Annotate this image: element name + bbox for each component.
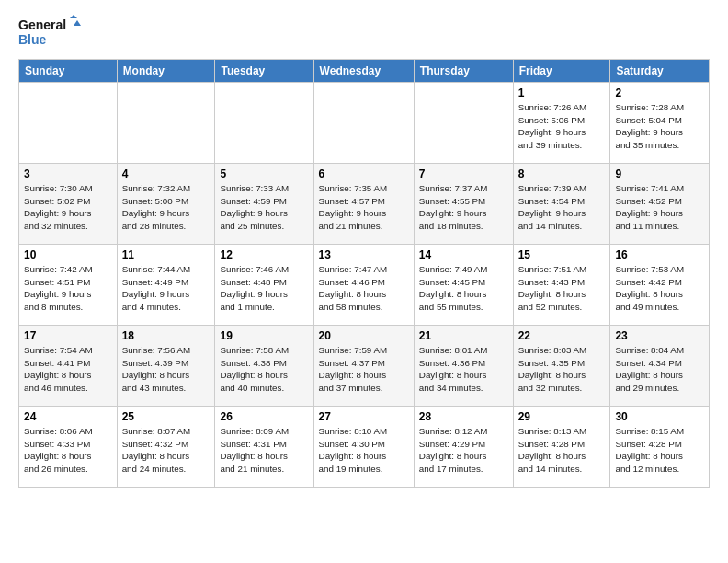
week-row-5: 24Sunrise: 8:06 AM Sunset: 4:33 PM Dayli… — [19, 407, 710, 488]
header: General Blue — [18, 15, 710, 50]
svg-text:General: General — [18, 17, 66, 32]
day-info: Sunrise: 7:39 AM Sunset: 4:54 PM Dayligh… — [518, 182, 606, 233]
day-cell: 4Sunrise: 7:32 AM Sunset: 5:00 PM Daylig… — [117, 164, 215, 245]
day-info: Sunrise: 8:04 AM Sunset: 4:34 PM Dayligh… — [615, 344, 704, 395]
day-cell: 10Sunrise: 7:42 AM Sunset: 4:51 PM Dayli… — [19, 245, 118, 326]
day-cell: 28Sunrise: 8:12 AM Sunset: 4:29 PM Dayli… — [414, 407, 513, 488]
day-number: 23 — [615, 329, 704, 342]
day-number: 22 — [518, 329, 606, 342]
day-number: 18 — [122, 329, 210, 342]
day-number: 26 — [220, 410, 308, 423]
day-number: 10 — [24, 248, 112, 261]
day-cell: 24Sunrise: 8:06 AM Sunset: 4:33 PM Dayli… — [19, 407, 118, 488]
day-info: Sunrise: 7:37 AM Sunset: 4:55 PM Dayligh… — [419, 182, 508, 233]
day-cell: 29Sunrise: 8:13 AM Sunset: 4:28 PM Dayli… — [513, 407, 610, 488]
day-cell — [19, 83, 118, 164]
day-number: 8 — [518, 167, 606, 180]
day-number: 2 — [615, 86, 704, 99]
day-number: 1 — [518, 86, 606, 99]
day-number: 14 — [419, 248, 508, 261]
day-number: 11 — [122, 248, 210, 261]
calendar: SundayMondayTuesdayWednesdayThursdayFrid… — [18, 59, 710, 488]
day-info: Sunrise: 7:54 AM Sunset: 4:41 PM Dayligh… — [24, 344, 112, 395]
day-number: 28 — [419, 410, 508, 423]
day-cell: 15Sunrise: 7:51 AM Sunset: 4:43 PM Dayli… — [513, 245, 610, 326]
day-number: 12 — [220, 248, 308, 261]
day-number: 17 — [24, 329, 112, 342]
day-info: Sunrise: 7:28 AM Sunset: 5:04 PM Dayligh… — [615, 101, 704, 152]
day-cell: 3Sunrise: 7:30 AM Sunset: 5:02 PM Daylig… — [19, 164, 118, 245]
day-cell: 17Sunrise: 7:54 AM Sunset: 4:41 PM Dayli… — [19, 326, 118, 407]
day-info: Sunrise: 7:35 AM Sunset: 4:57 PM Dayligh… — [319, 182, 409, 233]
day-info: Sunrise: 7:56 AM Sunset: 4:39 PM Dayligh… — [122, 344, 210, 395]
day-number: 4 — [122, 167, 210, 180]
day-cell: 27Sunrise: 8:10 AM Sunset: 4:30 PM Dayli… — [313, 407, 414, 488]
week-row-1: 1Sunrise: 7:26 AM Sunset: 5:06 PM Daylig… — [19, 83, 710, 164]
day-cell: 7Sunrise: 7:37 AM Sunset: 4:55 PM Daylig… — [414, 164, 513, 245]
day-cell: 1Sunrise: 7:26 AM Sunset: 5:06 PM Daylig… — [513, 83, 610, 164]
day-cell: 21Sunrise: 8:01 AM Sunset: 4:36 PM Dayli… — [414, 326, 513, 407]
day-number: 24 — [24, 410, 112, 423]
day-cell — [215, 83, 313, 164]
day-info: Sunrise: 8:12 AM Sunset: 4:29 PM Dayligh… — [419, 425, 508, 476]
week-row-3: 10Sunrise: 7:42 AM Sunset: 4:51 PM Dayli… — [19, 245, 710, 326]
day-number: 5 — [220, 167, 308, 180]
day-cell: 25Sunrise: 8:07 AM Sunset: 4:32 PM Dayli… — [117, 407, 215, 488]
day-number: 25 — [122, 410, 210, 423]
day-number: 16 — [615, 248, 704, 261]
day-info: Sunrise: 8:15 AM Sunset: 4:28 PM Dayligh… — [615, 425, 704, 476]
day-info: Sunrise: 7:51 AM Sunset: 4:43 PM Dayligh… — [518, 263, 606, 314]
day-info: Sunrise: 8:09 AM Sunset: 4:31 PM Dayligh… — [220, 425, 308, 476]
day-info: Sunrise: 7:58 AM Sunset: 4:38 PM Dayligh… — [220, 344, 308, 395]
calendar-header-row: SundayMondayTuesdayWednesdayThursdayFrid… — [19, 60, 710, 83]
day-info: Sunrise: 8:13 AM Sunset: 4:28 PM Dayligh… — [518, 425, 606, 476]
svg-text:Blue: Blue — [18, 32, 47, 47]
day-info: Sunrise: 8:07 AM Sunset: 4:32 PM Dayligh… — [122, 425, 210, 476]
day-cell: 8Sunrise: 7:39 AM Sunset: 4:54 PM Daylig… — [513, 164, 610, 245]
day-info: Sunrise: 7:59 AM Sunset: 4:37 PM Dayligh… — [319, 344, 409, 395]
week-row-4: 17Sunrise: 7:54 AM Sunset: 4:41 PM Dayli… — [19, 326, 710, 407]
col-header-monday: Monday — [117, 60, 215, 83]
day-info: Sunrise: 8:01 AM Sunset: 4:36 PM Dayligh… — [419, 344, 508, 395]
day-number: 6 — [319, 167, 409, 180]
day-info: Sunrise: 7:46 AM Sunset: 4:48 PM Dayligh… — [220, 263, 308, 314]
day-cell: 20Sunrise: 7:59 AM Sunset: 4:37 PM Dayli… — [313, 326, 414, 407]
col-header-saturday: Saturday — [610, 60, 710, 83]
day-cell: 26Sunrise: 8:09 AM Sunset: 4:31 PM Dayli… — [215, 407, 313, 488]
day-number: 9 — [615, 167, 704, 180]
day-cell — [414, 83, 513, 164]
day-number: 19 — [220, 329, 308, 342]
day-info: Sunrise: 7:42 AM Sunset: 4:51 PM Dayligh… — [24, 263, 112, 314]
day-number: 15 — [518, 248, 606, 261]
day-cell: 11Sunrise: 7:44 AM Sunset: 4:49 PM Dayli… — [117, 245, 215, 326]
day-cell: 14Sunrise: 7:49 AM Sunset: 4:45 PM Dayli… — [414, 245, 513, 326]
day-info: Sunrise: 8:03 AM Sunset: 4:35 PM Dayligh… — [518, 344, 606, 395]
day-cell: 2Sunrise: 7:28 AM Sunset: 5:04 PM Daylig… — [610, 83, 710, 164]
day-info: Sunrise: 7:44 AM Sunset: 4:49 PM Dayligh… — [122, 263, 210, 314]
day-cell: 12Sunrise: 7:46 AM Sunset: 4:48 PM Dayli… — [215, 245, 313, 326]
logo-icon: General Blue — [18, 15, 81, 50]
day-info: Sunrise: 8:06 AM Sunset: 4:33 PM Dayligh… — [24, 425, 112, 476]
day-info: Sunrise: 8:10 AM Sunset: 4:30 PM Dayligh… — [319, 425, 409, 476]
day-cell: 13Sunrise: 7:47 AM Sunset: 4:46 PM Dayli… — [313, 245, 414, 326]
day-cell: 19Sunrise: 7:58 AM Sunset: 4:38 PM Dayli… — [215, 326, 313, 407]
day-number: 29 — [518, 410, 606, 423]
day-cell: 18Sunrise: 7:56 AM Sunset: 4:39 PM Dayli… — [117, 326, 215, 407]
day-info: Sunrise: 7:26 AM Sunset: 5:06 PM Dayligh… — [518, 101, 606, 152]
page: General Blue SundayMondayTuesdayWednesda… — [0, 0, 728, 563]
day-number: 13 — [319, 248, 409, 261]
col-header-sunday: Sunday — [19, 60, 118, 83]
col-header-wednesday: Wednesday — [313, 60, 414, 83]
svg-marker-2 — [70, 15, 77, 18]
day-number: 20 — [319, 329, 409, 342]
col-header-friday: Friday — [513, 60, 610, 83]
day-info: Sunrise: 7:33 AM Sunset: 4:59 PM Dayligh… — [220, 182, 308, 233]
day-cell: 9Sunrise: 7:41 AM Sunset: 4:52 PM Daylig… — [610, 164, 710, 245]
day-info: Sunrise: 7:30 AM Sunset: 5:02 PM Dayligh… — [24, 182, 112, 233]
day-info: Sunrise: 7:41 AM Sunset: 4:52 PM Dayligh… — [615, 182, 704, 233]
day-cell: 5Sunrise: 7:33 AM Sunset: 4:59 PM Daylig… — [215, 164, 313, 245]
week-row-2: 3Sunrise: 7:30 AM Sunset: 5:02 PM Daylig… — [19, 164, 710, 245]
day-info: Sunrise: 7:49 AM Sunset: 4:45 PM Dayligh… — [419, 263, 508, 314]
day-cell — [313, 83, 414, 164]
day-number: 27 — [319, 410, 409, 423]
